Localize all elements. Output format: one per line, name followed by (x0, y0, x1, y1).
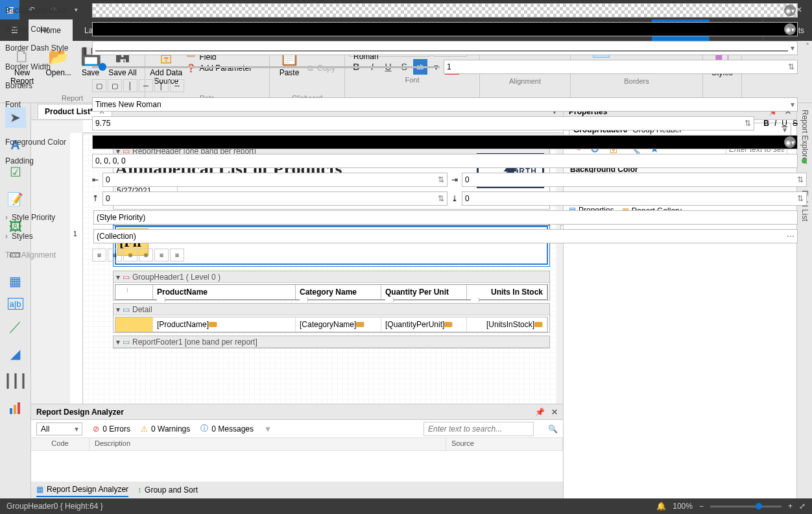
expand-styles[interactable]: › (5, 232, 8, 241)
prop-pad-left[interactable]: ⇅ (102, 173, 448, 187)
prop-pad-bottom[interactable]: ⇅ (462, 191, 807, 206)
prop-bold[interactable]: B (763, 119, 769, 128)
prop-bordercolor[interactable]: ◉▾ (92, 22, 798, 36)
prop-borderdash[interactable]: ▾ (92, 41, 798, 55)
prop-backcolor[interactable]: ◉▾ (92, 3, 798, 18)
prop-borders-buttons[interactable]: ▢▢│─│─ (92, 79, 184, 92)
prop-borderwidth-slider[interactable] (92, 66, 440, 68)
prop-underline[interactable]: U (782, 119, 787, 128)
pad-bottom-icon: ⤓ (451, 194, 458, 203)
pad-right-icon: ⇥ (451, 175, 458, 184)
pad-left-icon: ⇤ (92, 175, 99, 184)
prop-forecolor[interactable]: ◉▾ (92, 135, 798, 149)
prop-pad-top[interactable]: ⇅ (102, 191, 448, 206)
prop-fontsize[interactable]: ⇅ (92, 116, 754, 130)
prop-padding[interactable]: 0, 0, 0, 0 (92, 154, 798, 168)
prop-italic[interactable]: I (774, 119, 776, 128)
properties-panel: Properties📌✕ GroupHeader0Group Header▾ ✎… (563, 103, 796, 498)
prop-borderwidth-input[interactable]: ⇅ (444, 60, 798, 74)
prop-pad-right[interactable]: ⇅ (462, 173, 807, 187)
zoom-slider[interactable] (710, 506, 782, 508)
pad-top-icon: ⤒ (92, 194, 99, 203)
prop-textalign[interactable]: ≡≡≡≡≡≡ (92, 249, 184, 262)
prop-styles[interactable]: (Collection)⋯ (93, 229, 798, 243)
prop-fontname[interactable]: Times New Roman▾ (92, 97, 798, 112)
expand-styleprio[interactable]: › (5, 213, 8, 222)
prop-strike[interactable]: S (793, 119, 798, 128)
prop-stylepriority[interactable]: (Style Priority) (93, 210, 798, 225)
